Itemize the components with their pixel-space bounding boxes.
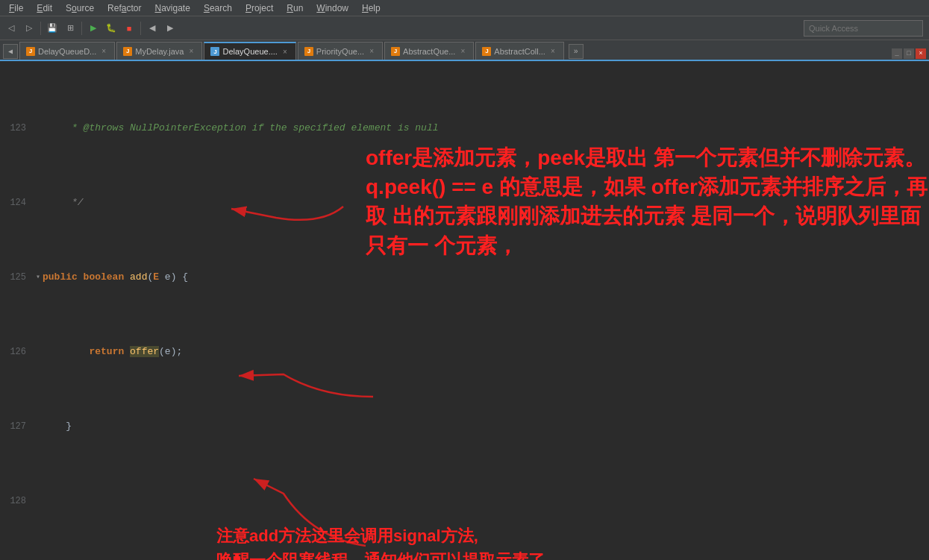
fold-126 — [34, 347, 43, 356]
close-btn[interactable]: × — [916, 48, 926, 59]
tab-label-2: MyDelay.java — [135, 47, 184, 56]
toolbar-run[interactable]: ▶ — [85, 20, 101, 37]
fold-123[interactable] — [34, 124, 43, 133]
toolbar: ◁ ▷ 💾 ⊞ ▶ 🐛 ■ ◀ ▶ — [0, 16, 929, 40]
menu-project[interactable]: Project — [240, 1, 279, 15]
fold-128 — [34, 497, 43, 506]
menu-help[interactable]: Help — [356, 1, 387, 15]
menu-source[interactable]: Source — [60, 1, 100, 15]
fold-127 — [34, 422, 43, 431]
tab-close-1[interactable]: × — [99, 47, 108, 56]
menu-edit[interactable]: Edit — [31, 1, 58, 15]
minimize-btn[interactable]: _ — [892, 48, 902, 59]
line-125: 125 ▾ public boolean add(E e) { — [0, 270, 929, 285]
quick-access-area — [804, 20, 923, 37]
tab-list-button[interactable]: ◀ — [3, 44, 18, 59]
tab-my-delay[interactable]: J MyDelay.java × — [116, 42, 202, 60]
tab-bar-controls: _ □ × — [892, 48, 926, 59]
toolbar-sep-3 — [140, 22, 141, 35]
tab-icon-6: J — [482, 47, 491, 56]
line-127: 127 } — [0, 419, 929, 434]
fold-124[interactable] — [34, 198, 43, 207]
line-num-123: 123 — [0, 121, 34, 136]
tab-label-5: AbstractQue... — [403, 47, 455, 56]
line-content-128 — [43, 494, 929, 509]
menu-refactor[interactable]: Refactor — [101, 1, 147, 15]
line-126: 126 return offer(e); — [0, 345, 929, 359]
line-num-125: 125 — [0, 270, 34, 285]
toolbar-stop[interactable]: ■ — [121, 20, 137, 37]
toolbar-sep-1 — [40, 22, 41, 35]
tab-close-3[interactable]: × — [281, 47, 290, 56]
tab-icon-2: J — [123, 47, 132, 56]
tab-label-6: AbstractColl... — [494, 47, 545, 56]
line-content-125: public boolean add(E e) { — [43, 270, 929, 285]
menu-run[interactable]: Run — [281, 1, 309, 15]
tab-delay-queue-active[interactable]: J DelayQueue.... × — [204, 42, 295, 60]
toolbar-save[interactable]: 💾 — [44, 20, 60, 37]
tab-overflow[interactable]: » — [569, 44, 584, 59]
toolbar-sep-2 — [81, 22, 82, 35]
code-area: 123 * @throws NullPointerException if th… — [0, 61, 929, 560]
line-num-124: 124 — [0, 195, 34, 210]
toolbar-back[interactable]: ◀ — [144, 20, 160, 37]
tab-bar: ◀ J DelayQueueD... × J MyDelay.java × J … — [0, 40, 929, 61]
line-content-126: return offer(e); — [43, 345, 929, 359]
line-content-123: * @throws NullPointerException if the sp… — [43, 121, 929, 136]
toolbar-new[interactable]: ◁ — [3, 20, 19, 37]
editor-content[interactable]: 123 * @throws NullPointerException if th… — [0, 61, 929, 560]
toolbar-open[interactable]: ▷ — [21, 20, 37, 37]
quick-access-input[interactable] — [804, 20, 923, 37]
toolbar-debug[interactable]: 🐛 — [103, 20, 119, 37]
tab-icon-3: J — [210, 47, 219, 56]
line-num-127: 127 — [0, 419, 34, 434]
tab-close-6[interactable]: × — [548, 47, 557, 56]
toolbar-save-all[interactable]: ⊞ — [62, 20, 78, 37]
fold-125[interactable]: ▾ — [34, 273, 43, 282]
line-124: 124 */ — [0, 195, 929, 210]
line-128: 128 — [0, 494, 929, 509]
line-content-127: } — [43, 419, 929, 434]
menu-file[interactable]: File — [3, 1, 29, 15]
tab-delay-queue-d[interactable]: J DelayQueueD... × — [19, 42, 115, 60]
menu-navigate[interactable]: Navigate — [149, 1, 196, 15]
tab-icon-4: J — [304, 47, 313, 56]
line-123: 123 * @throws NullPointerException if th… — [0, 121, 929, 136]
tab-icon-1: J — [26, 47, 35, 56]
tab-icon-5: J — [391, 47, 400, 56]
menu-window[interactable]: Window — [310, 1, 354, 15]
tab-label-1: DelayQueueD... — [38, 47, 96, 56]
tab-close-4[interactable]: × — [367, 47, 376, 56]
line-num-128: 128 — [0, 494, 34, 509]
toolbar-forward[interactable]: ▶ — [162, 20, 178, 37]
tab-close-5[interactable]: × — [458, 47, 467, 56]
maximize-btn[interactable]: □ — [904, 48, 914, 59]
tab-abstract-queue[interactable]: J AbstractQue... × — [384, 42, 474, 60]
menu-search[interactable]: Search — [198, 1, 238, 15]
menu-bar: File Edit Source Refactor Navigate Searc… — [0, 0, 929, 16]
line-num-126: 126 — [0, 345, 34, 359]
tab-abstract-coll[interactable]: J AbstractColl... × — [475, 42, 563, 60]
tab-priority-queue[interactable]: J PriorityQue... × — [298, 42, 383, 60]
tab-close-2[interactable]: × — [187, 47, 196, 56]
line-content-124: */ — [43, 195, 929, 210]
editor-container: 123 * @throws NullPointerException if th… — [0, 61, 929, 560]
tab-label-4: PriorityQue... — [316, 47, 364, 56]
tab-label-3: DelayQueue.... — [222, 47, 277, 56]
